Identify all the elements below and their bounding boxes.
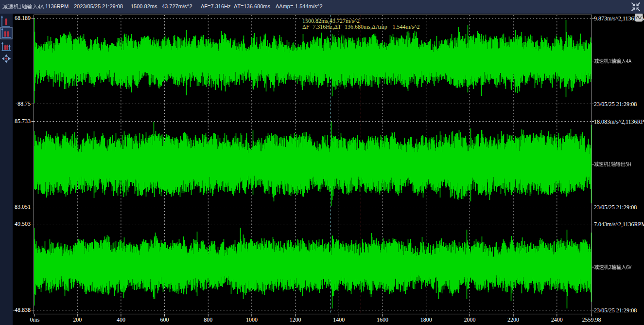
svg-text:18.083m/s^2,1136RPM: 18.083m/s^2,1136RPM: [594, 118, 644, 125]
svg-text:23/05/25 21:29:08: 23/05/25 21:29:08: [594, 101, 637, 108]
svg-text:23/05/25 21:29:08: 23/05/25 21:29:08: [594, 307, 637, 314]
svg-text:85.733: 85.733: [15, 118, 31, 125]
svg-text:1000: 1000: [246, 316, 258, 323]
svg-text:600: 600: [160, 316, 169, 323]
svg-text:-83.051: -83.051: [13, 203, 31, 210]
svg-text:400: 400: [117, 316, 125, 323]
svg-text:49.503: 49.503: [15, 220, 31, 227]
svg-text:200: 200: [73, 316, 82, 323]
svg-text:0ms: 0ms: [30, 316, 39, 323]
svg-text:2200: 2200: [507, 316, 519, 323]
svg-text:800: 800: [204, 316, 212, 323]
svg-text:68.189: 68.189: [15, 15, 31, 21]
svg-text:1800: 1800: [420, 316, 432, 323]
svg-text:2000: 2000: [464, 316, 475, 323]
svg-text:ΔF=7.316Hz,ΔT=136.680ms,ΔAmp=-: ΔF=7.316Hz,ΔT=136.680ms,ΔAmp=-1.544m/s^2: [302, 23, 419, 30]
svg-text:-88.75: -88.75: [16, 100, 31, 107]
svg-text:1400: 1400: [333, 316, 345, 323]
svg-text:2400: 2400: [551, 316, 563, 323]
svg-text:1600: 1600: [377, 316, 388, 323]
svg-text:23/05/25 21:29:08: 23/05/25 21:29:08: [594, 204, 637, 211]
svg-text:2559.98: 2559.98: [582, 316, 601, 323]
svg-text:1200: 1200: [290, 316, 301, 323]
svg-text:7.043m/s^2,1136RPM: 7.043m/s^2,1136RPM: [594, 221, 644, 228]
svg-text:-48.838: -48.838: [13, 307, 31, 313]
